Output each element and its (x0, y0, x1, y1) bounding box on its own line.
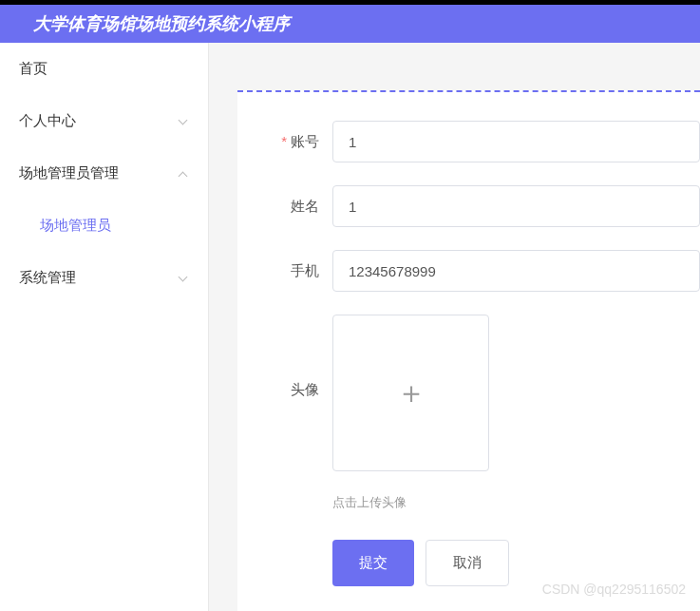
sidebar-item-home[interactable]: 首页 (0, 43, 208, 95)
form-row-name: 姓名 (266, 185, 700, 227)
form-label-phone: 手机 (266, 262, 332, 280)
form-row-phone: 手机 (266, 250, 700, 292)
account-input[interactable] (332, 121, 700, 162)
form-label-name: 姓名 (266, 198, 332, 216)
upload-hint: 点击上传头像 (332, 494, 700, 511)
main-container: 首页 个人中心 场地管理员管理 场地管理员 系统管理 *账号 (0, 43, 700, 611)
content-area: *账号 姓名 手机 头像 ＋ 点击上传头像 提交 取消 (209, 43, 700, 611)
submit-button[interactable]: 提交 (332, 540, 414, 586)
form-label-account: *账号 (266, 133, 332, 151)
name-input[interactable] (332, 185, 700, 227)
sidebar-item-system-management[interactable]: 系统管理 (0, 252, 208, 304)
watermark: CSDN @qq2295116502 (542, 582, 686, 597)
sidebar-item-label: 场地管理员管理 (19, 164, 119, 182)
plus-icon: ＋ (396, 372, 426, 414)
app-title: 大学体育场馆场地预约系统小程序 (33, 12, 290, 35)
required-star: * (281, 133, 287, 149)
sidebar: 首页 个人中心 场地管理员管理 场地管理员 系统管理 (0, 43, 209, 611)
form-card: *账号 姓名 手机 头像 ＋ 点击上传头像 提交 取消 (237, 90, 700, 611)
chevron-up-icon (180, 169, 189, 179)
form-row-account: *账号 (266, 121, 700, 162)
button-row: 提交 取消 (332, 540, 700, 586)
sidebar-item-label: 场地管理员 (40, 217, 111, 235)
sidebar-item-label: 首页 (19, 60, 47, 78)
header: 大学体育场馆场地预约系统小程序 (0, 5, 700, 43)
chevron-down-icon (180, 117, 189, 126)
cancel-button[interactable]: 取消 (426, 540, 509, 586)
sidebar-item-personal-center[interactable]: 个人中心 (0, 95, 208, 147)
chevron-down-icon (180, 274, 189, 283)
sidebar-item-venue-admin-management[interactable]: 场地管理员管理 (0, 147, 208, 200)
form-row-avatar: 头像 ＋ (266, 315, 700, 471)
sidebar-item-venue-admin[interactable]: 场地管理员 (0, 200, 208, 252)
sidebar-item-label: 个人中心 (19, 112, 76, 130)
avatar-upload-box[interactable]: ＋ (332, 315, 489, 471)
phone-input[interactable] (332, 250, 700, 292)
sidebar-item-label: 系统管理 (19, 269, 76, 287)
form-label-avatar: 头像 (266, 315, 332, 399)
